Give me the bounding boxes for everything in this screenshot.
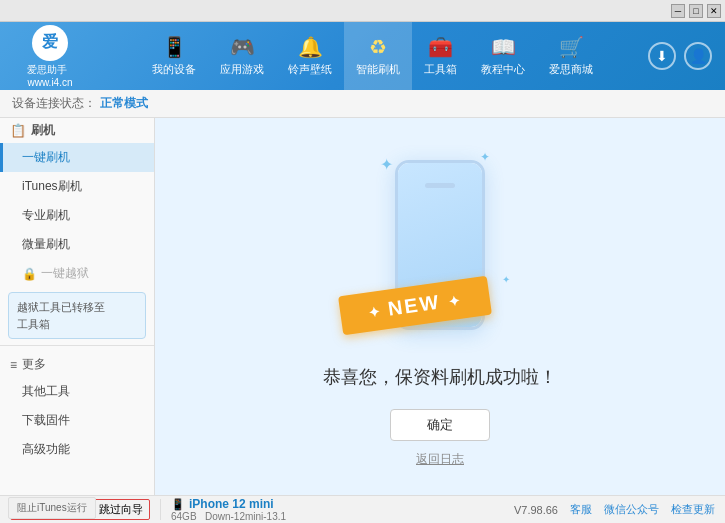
shop-icon: 🛒: [559, 35, 584, 59]
sidebar: 📋 刷机 一键刷机 iTunes刷机 专业刷机 微量刷机 🔒 一键越狱: [0, 118, 154, 495]
customer-service-link[interactable]: 客服: [570, 502, 592, 517]
more-icon: ≡: [10, 358, 17, 372]
ringtones-icon: 🔔: [298, 35, 323, 59]
sidebar-item-download-firmware[interactable]: 下载固件: [0, 406, 154, 435]
nav-item-my-device[interactable]: 📱 我的设备: [140, 22, 208, 90]
itunes-button[interactable]: 阻止iTunes运行: [8, 497, 96, 519]
phone-illustration: ✦ ✦ ✦ NEW: [360, 145, 520, 345]
sidebar-item-pro-flash[interactable]: 专业刷机: [0, 201, 154, 230]
wechat-link[interactable]: 微信公众号: [604, 502, 659, 517]
header: 爱 爱思助手 www.i4.cn 📱 我的设备 🎮 应用游戏 🔔 铃声壁纸 ♻ …: [0, 22, 725, 90]
sidebar-item-advanced[interactable]: 高级功能: [0, 435, 154, 464]
status-label: 设备连接状态：: [12, 95, 96, 112]
nav-item-tutorial[interactable]: 📖 教程中心: [469, 22, 537, 90]
download-button[interactable]: ⬇: [648, 42, 676, 70]
sparkle-icon-3: ✦: [502, 274, 510, 285]
sidebar-item-itunes-flash[interactable]: iTunes刷机: [0, 172, 154, 201]
maximize-button[interactable]: □: [689, 4, 703, 18]
my-device-icon: 📱: [162, 35, 187, 59]
sidebar-divider: [0, 345, 154, 346]
device-name: iPhone 12 mini: [189, 497, 274, 511]
nav-item-ringtones[interactable]: 🔔 铃声壁纸: [276, 22, 344, 90]
logo-icon: 爱: [32, 25, 68, 61]
sparkle-icon-2: ✦: [480, 150, 490, 164]
minimize-button[interactable]: ─: [671, 4, 685, 18]
sparkle-icon-1: ✦: [380, 155, 393, 174]
device-info: 📱 iPhone 12 mini 64GB Down-12mini-13.1: [171, 497, 286, 522]
success-text: 恭喜您，保资料刷机成功啦！: [323, 365, 557, 389]
sidebar-item-one-click-flash[interactable]: 一键刷机: [0, 143, 154, 172]
sidebar-notice: 越狱工具已转移至工具箱: [8, 292, 146, 339]
smart-flash-icon: ♻: [369, 35, 387, 59]
nav-item-shop[interactable]: 🛒 爱思商城: [537, 22, 605, 90]
app-games-icon: 🎮: [230, 35, 255, 59]
sidebar-item-micro-flash[interactable]: 微量刷机: [0, 230, 154, 259]
close-button[interactable]: ✕: [707, 4, 721, 18]
tutorial-icon: 📖: [491, 35, 516, 59]
toolbox-icon: 🧰: [428, 35, 453, 59]
sidebar-more-title: ≡ 更多: [0, 352, 154, 377]
sidebar-wrapper: 📋 刷机 一键刷机 iTunes刷机 专业刷机 微量刷机 🔒 一键越狱: [0, 118, 155, 495]
nav-item-app-games[interactable]: 🎮 应用游戏: [208, 22, 276, 90]
nav-item-smart-flash[interactable]: ♻ 智能刷机: [344, 22, 412, 90]
inner-layout: 📋 刷机 一键刷机 iTunes刷机 专业刷机 微量刷机 🔒 一键越狱: [0, 118, 725, 495]
logo-area: 爱 爱思助手 www.i4.cn: [0, 22, 100, 90]
phone-notch: [425, 183, 455, 188]
bottom-bar: ✓ 自动跳走 ✓ 跳过向导 📱 iPhone 12 mini 64GB Down…: [0, 495, 725, 523]
main-wrapper: 📋 刷机 一键刷机 iTunes刷机 专业刷机 微量刷机 🔒 一键越狱: [0, 118, 725, 523]
version-text: V7.98.66: [514, 504, 558, 516]
lock-icon: 🔒: [22, 267, 37, 281]
user-button[interactable]: 👤: [684, 42, 712, 70]
header-right: ⬇ 👤: [645, 42, 725, 70]
device-detail: 64GB Down-12mini-13.1: [171, 511, 286, 522]
sidebar-flash-title: 📋 刷机: [0, 118, 154, 143]
device-icon: 📱: [171, 498, 185, 511]
return-link[interactable]: 返回日志: [416, 451, 464, 468]
flash-section-icon: 📋: [10, 123, 26, 138]
itunes-bar: 阻止iTunes运行: [0, 493, 104, 523]
title-bar: ─ □ ✕: [0, 0, 725, 22]
status-bar: 设备连接状态： 正常模式: [0, 90, 725, 118]
status-value: 正常模式: [100, 95, 148, 112]
logo-text: 爱思助手 www.i4.cn: [27, 63, 72, 88]
nav-item-toolbox[interactable]: 🧰 工具箱: [412, 22, 469, 90]
sidebar-item-jailbreak-disabled: 🔒 一键越狱: [0, 259, 154, 288]
bottom-right: V7.98.66 客服 微信公众号 检查更新: [514, 502, 715, 517]
check-update-link[interactable]: 检查更新: [671, 502, 715, 517]
window-controls: ─ □ ✕: [671, 4, 721, 18]
nav-bar: 📱 我的设备 🎮 应用游戏 🔔 铃声壁纸 ♻ 智能刷机 🧰 工具箱 📖 教程中心…: [100, 22, 645, 90]
sidebar-item-other-tools[interactable]: 其他工具: [0, 377, 154, 406]
content-area: ✦ ✦ ✦ NEW 恭喜您，保资料刷机成功啦！ 确定 返回日志: [155, 118, 725, 495]
confirm-button[interactable]: 确定: [390, 409, 490, 441]
